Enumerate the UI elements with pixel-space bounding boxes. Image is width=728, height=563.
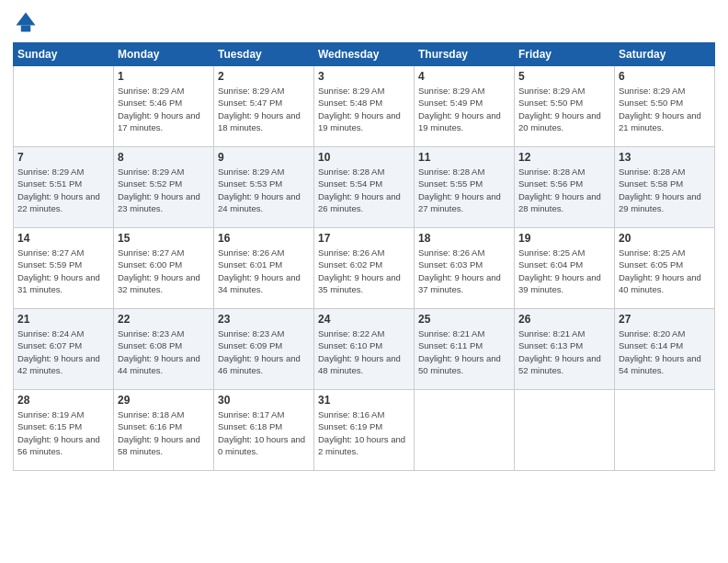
day-number: 1	[118, 70, 210, 83]
day-info: Sunrise: 8:27 AMSunset: 5:59 PMDaylight:…	[17, 247, 109, 295]
day-number: 21	[17, 313, 109, 326]
calendar-cell: 25Sunrise: 8:21 AMSunset: 6:11 PMDayligh…	[415, 309, 515, 390]
day-info: Sunrise: 8:26 AMSunset: 6:01 PMDaylight:…	[218, 247, 310, 295]
day-info: Sunrise: 8:26 AMSunset: 6:03 PMDaylight:…	[418, 247, 510, 295]
calendar-cell: 17Sunrise: 8:26 AMSunset: 6:02 PMDayligh…	[314, 228, 415, 309]
days-header-row: SundayMondayTuesdayWednesdayThursdayFrid…	[14, 43, 715, 66]
day-info: Sunrise: 8:24 AMSunset: 6:07 PMDaylight:…	[17, 327, 109, 376]
day-number: 5	[518, 70, 610, 83]
calendar-cell: 21Sunrise: 8:24 AMSunset: 6:07 PMDayligh…	[14, 309, 114, 390]
day-info: Sunrise: 8:28 AMSunset: 5:55 PMDaylight:…	[418, 166, 510, 214]
day-number: 9	[218, 151, 310, 164]
calendar-week-row: 28Sunrise: 8:19 AMSunset: 6:15 PMDayligh…	[14, 390, 715, 471]
day-info: Sunrise: 8:23 AMSunset: 6:09 PMDaylight:…	[218, 327, 310, 376]
day-info: Sunrise: 8:29 AMSunset: 5:46 PMDaylight:…	[118, 85, 210, 133]
day-of-week-header: Wednesday	[314, 43, 415, 66]
day-info: Sunrise: 8:29 AMSunset: 5:49 PMDaylight:…	[418, 85, 510, 133]
day-number: 11	[418, 151, 510, 164]
calendar-cell	[515, 390, 615, 471]
calendar-cell	[14, 66, 114, 147]
day-info: Sunrise: 8:29 AMSunset: 5:50 PMDaylight:…	[619, 85, 711, 133]
day-number: 10	[318, 151, 410, 164]
calendar-cell: 19Sunrise: 8:25 AMSunset: 6:04 PMDayligh…	[515, 228, 615, 309]
calendar-cell: 6Sunrise: 8:29 AMSunset: 5:50 PMDaylight…	[615, 66, 715, 147]
day-number: 15	[118, 232, 210, 245]
calendar-cell	[415, 390, 515, 471]
logo	[13, 9, 42, 35]
day-info: Sunrise: 8:29 AMSunset: 5:48 PMDaylight:…	[318, 85, 410, 133]
day-number: 27	[619, 313, 711, 326]
day-number: 24	[318, 313, 410, 326]
day-number: 23	[218, 313, 310, 326]
day-info: Sunrise: 8:26 AMSunset: 6:02 PMDaylight:…	[318, 247, 410, 295]
day-number: 25	[418, 313, 510, 326]
day-info: Sunrise: 8:29 AMSunset: 5:50 PMDaylight:…	[518, 85, 610, 133]
calendar-cell: 13Sunrise: 8:28 AMSunset: 5:58 PMDayligh…	[615, 147, 715, 228]
day-number: 26	[518, 313, 610, 326]
calendar-cell: 20Sunrise: 8:25 AMSunset: 6:05 PMDayligh…	[615, 228, 715, 309]
day-number: 7	[17, 151, 109, 164]
calendar-cell: 10Sunrise: 8:28 AMSunset: 5:54 PMDayligh…	[314, 147, 415, 228]
calendar-cell: 14Sunrise: 8:27 AMSunset: 5:59 PMDayligh…	[14, 228, 114, 309]
day-of-week-header: Monday	[114, 43, 214, 66]
day-info: Sunrise: 8:21 AMSunset: 6:11 PMDaylight:…	[418, 327, 510, 376]
calendar-cell: 15Sunrise: 8:27 AMSunset: 6:00 PMDayligh…	[114, 228, 214, 309]
day-info: Sunrise: 8:28 AMSunset: 5:56 PMDaylight:…	[518, 166, 610, 214]
day-info: Sunrise: 8:28 AMSunset: 5:58 PMDaylight:…	[619, 166, 711, 214]
calendar-cell: 11Sunrise: 8:28 AMSunset: 5:55 PMDayligh…	[415, 147, 515, 228]
day-info: Sunrise: 8:19 AMSunset: 6:15 PMDaylight:…	[17, 408, 109, 457]
day-number: 12	[518, 151, 610, 164]
calendar-week-row: 21Sunrise: 8:24 AMSunset: 6:07 PMDayligh…	[14, 309, 715, 390]
calendar-cell: 8Sunrise: 8:29 AMSunset: 5:52 PMDaylight…	[114, 147, 214, 228]
svg-rect-1	[21, 26, 31, 32]
calendar-cell: 4Sunrise: 8:29 AMSunset: 5:49 PMDaylight…	[415, 66, 515, 147]
day-info: Sunrise: 8:29 AMSunset: 5:53 PMDaylight:…	[218, 166, 310, 214]
calendar-cell: 3Sunrise: 8:29 AMSunset: 5:48 PMDaylight…	[314, 66, 415, 147]
calendar-cell: 5Sunrise: 8:29 AMSunset: 5:50 PMDaylight…	[515, 66, 615, 147]
calendar-cell: 16Sunrise: 8:26 AMSunset: 6:01 PMDayligh…	[214, 228, 314, 309]
day-info: Sunrise: 8:18 AMSunset: 6:16 PMDaylight:…	[118, 408, 210, 457]
calendar-table: SundayMondayTuesdayWednesdayThursdayFrid…	[13, 42, 715, 471]
day-number: 13	[619, 151, 711, 164]
calendar-cell: 24Sunrise: 8:22 AMSunset: 6:10 PMDayligh…	[314, 309, 415, 390]
header	[13, 9, 715, 35]
day-info: Sunrise: 8:25 AMSunset: 6:05 PMDaylight:…	[619, 247, 711, 295]
day-info: Sunrise: 8:28 AMSunset: 5:54 PMDaylight:…	[318, 166, 410, 214]
day-info: Sunrise: 8:27 AMSunset: 6:00 PMDaylight:…	[118, 247, 210, 295]
day-number: 2	[218, 70, 310, 83]
calendar-week-row: 7Sunrise: 8:29 AMSunset: 5:51 PMDaylight…	[14, 147, 715, 228]
calendar-container: SundayMondayTuesdayWednesdayThursdayFrid…	[0, 0, 728, 480]
calendar-cell: 12Sunrise: 8:28 AMSunset: 5:56 PMDayligh…	[515, 147, 615, 228]
calendar-week-row: 14Sunrise: 8:27 AMSunset: 5:59 PMDayligh…	[14, 228, 715, 309]
day-of-week-header: Thursday	[415, 43, 515, 66]
day-of-week-header: Tuesday	[214, 43, 314, 66]
calendar-week-row: 1Sunrise: 8:29 AMSunset: 5:46 PMDaylight…	[14, 66, 715, 147]
day-number: 14	[17, 232, 109, 245]
calendar-cell: 22Sunrise: 8:23 AMSunset: 6:08 PMDayligh…	[114, 309, 214, 390]
day-number: 17	[318, 232, 410, 245]
day-number: 18	[418, 232, 510, 245]
logo-icon	[13, 9, 39, 35]
day-of-week-header: Sunday	[14, 43, 114, 66]
day-number: 28	[17, 394, 109, 407]
calendar-cell: 2Sunrise: 8:29 AMSunset: 5:47 PMDaylight…	[214, 66, 314, 147]
day-number: 22	[118, 313, 210, 326]
calendar-cell: 9Sunrise: 8:29 AMSunset: 5:53 PMDaylight…	[214, 147, 314, 228]
calendar-cell: 27Sunrise: 8:20 AMSunset: 6:14 PMDayligh…	[615, 309, 715, 390]
calendar-cell: 29Sunrise: 8:18 AMSunset: 6:16 PMDayligh…	[114, 390, 214, 471]
day-number: 30	[218, 394, 310, 407]
day-number: 3	[318, 70, 410, 83]
svg-marker-0	[17, 13, 36, 26]
calendar-cell: 28Sunrise: 8:19 AMSunset: 6:15 PMDayligh…	[14, 390, 114, 471]
day-number: 31	[318, 394, 410, 407]
day-of-week-header: Friday	[515, 43, 615, 66]
day-of-week-header: Saturday	[615, 43, 715, 66]
day-number: 20	[619, 232, 711, 245]
day-number: 29	[118, 394, 210, 407]
day-number: 8	[118, 151, 210, 164]
day-info: Sunrise: 8:25 AMSunset: 6:04 PMDaylight:…	[518, 247, 610, 295]
calendar-cell: 7Sunrise: 8:29 AMSunset: 5:51 PMDaylight…	[14, 147, 114, 228]
day-info: Sunrise: 8:29 AMSunset: 5:52 PMDaylight:…	[118, 166, 210, 214]
day-info: Sunrise: 8:29 AMSunset: 5:47 PMDaylight:…	[218, 85, 310, 133]
calendar-cell: 23Sunrise: 8:23 AMSunset: 6:09 PMDayligh…	[214, 309, 314, 390]
